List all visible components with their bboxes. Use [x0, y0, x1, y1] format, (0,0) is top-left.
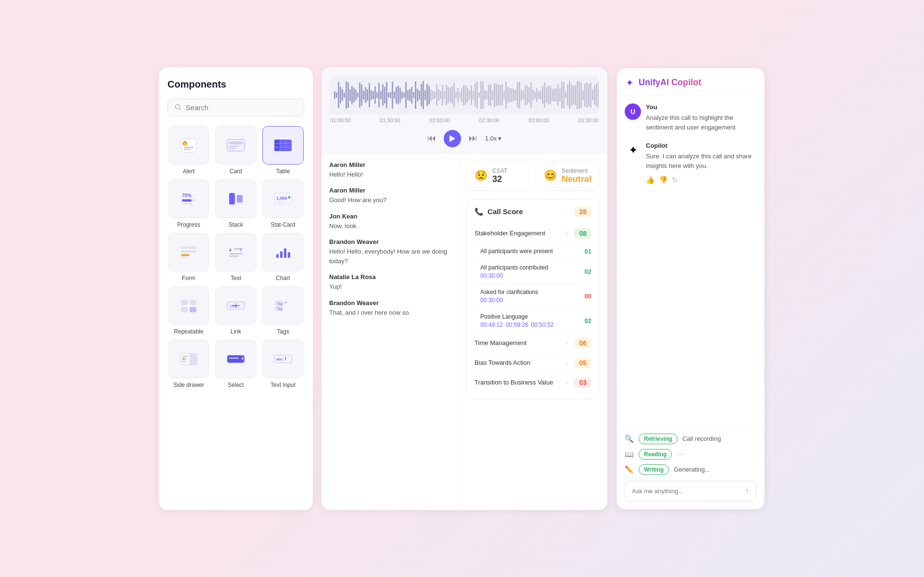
send-button[interactable]: ↑ [745, 486, 749, 496]
waveform-bar [523, 90, 524, 99]
waveform-bar [550, 86, 551, 104]
sub-category-score: 01 [585, 248, 591, 255]
timestamp-link[interactable]: 00:30:00 [480, 272, 503, 279]
search-box[interactable] [167, 99, 304, 116]
search-input[interactable] [186, 103, 297, 112]
search-icon: 🔍 [625, 435, 634, 443]
chat-input[interactable] [632, 487, 741, 495]
timestamp-link[interactable]: 00:30:00 [480, 297, 503, 304]
waveform-bar [399, 88, 401, 103]
category-score-badge: 06 [574, 338, 591, 348]
status-text: Generating... [674, 466, 710, 473]
waveform-bar [398, 86, 399, 105]
status-area: 🔍RetrievingCall recording📖Reading···✏️Wr… [617, 427, 764, 481]
message-content: You Analyze this call to highlight the s… [646, 103, 757, 132]
waveform-bar [382, 84, 384, 106]
waveform-bar [503, 91, 505, 99]
component-chart[interactable]: Chart [262, 233, 304, 282]
play-button[interactable] [444, 130, 461, 147]
waveform-bar [465, 85, 466, 104]
waveform-bar [340, 87, 341, 103]
component-alert[interactable]: ! Alert [167, 126, 210, 175]
category-name: Stakeholder Engagement [475, 230, 565, 237]
category-row[interactable]: Time Management›06 [475, 333, 591, 353]
main-container: Components ! Alert Card Table 70% Progr [154, 63, 770, 515]
waveform-bar [419, 90, 420, 99]
expand-icon[interactable]: › [565, 379, 567, 386]
waveform-bar [463, 85, 464, 105]
timestamp-links: 00:30:00 [480, 271, 584, 280]
timestamp-link[interactable]: 00:59:28 [506, 321, 528, 328]
waveform-bar [374, 86, 376, 103]
component-repeatable[interactable]: Repeatable [167, 286, 210, 335]
waveform-bar [471, 85, 472, 105]
expand-icon[interactable]: › [565, 359, 567, 366]
timestamp-link[interactable]: 00:50:52 [531, 321, 554, 328]
svg-text:z: z [240, 246, 242, 252]
component-card[interactable]: Card [215, 126, 257, 175]
svg-text:I: I [285, 356, 286, 361]
category-row[interactable]: Bias Towards Action›05 [475, 353, 591, 373]
svg-rect-28 [181, 254, 190, 256]
speed-button[interactable]: 1.0x ▾ [485, 135, 502, 142]
component-form[interactable]: Form [167, 233, 210, 282]
waveform-bar [592, 90, 593, 101]
svg-rect-52 [182, 356, 188, 357]
expand-icon[interactable]: › [565, 230, 567, 237]
waveform-bars [330, 76, 599, 115]
category-row[interactable]: Transition to Business Value›03 [475, 373, 591, 392]
speaker-text: Good! How are you? [329, 195, 450, 205]
category-row[interactable]: Stakeholder Engagement›08 [475, 224, 591, 244]
sub-category-name: Positive Language [480, 313, 584, 320]
svg-rect-41 [181, 307, 188, 312]
waveform-bar [363, 90, 364, 100]
waveform-bar [455, 91, 457, 99]
svg-rect-9 [229, 148, 236, 149]
score-categories: Stakeholder Engagement›08All participant… [475, 224, 591, 392]
component-tags[interactable]: Tag Tag + Tags [262, 286, 304, 335]
svg-rect-39 [181, 300, 188, 305]
component-text-input[interactable]: abc I Text Input [262, 340, 304, 388]
rewind-button[interactable]: ⏮ [427, 133, 436, 143]
panel-title: Components [167, 79, 304, 90]
waveform-bar [578, 81, 580, 109]
svg-rect-42 [190, 307, 196, 312]
thumbs-up-button[interactable]: 👍 [646, 176, 655, 184]
component-stack[interactable]: Stack [215, 180, 257, 228]
refresh-button[interactable]: ↻ [672, 176, 678, 184]
timestamp-link[interactable]: 00:49:12 [480, 321, 503, 328]
waveform-bar [534, 91, 536, 99]
waveform-bar [451, 86, 453, 104]
speaker-text: Now, look. [329, 221, 450, 231]
waveform-bar [532, 90, 534, 101]
call-score-header: 📞 Call Score 28 [475, 206, 591, 217]
component-select-label: Select [228, 382, 244, 388]
svg-rect-35 [276, 254, 279, 258]
waveform-bar [484, 90, 486, 100]
component-stat-card[interactable]: 1,000 ▲ Stat-Card [262, 180, 304, 228]
component-text[interactable]: a z Text [215, 233, 257, 282]
component-link[interactable]: Link Link [215, 286, 257, 335]
waveform-bar [380, 91, 382, 100]
timestamp: 02:00:00 [429, 117, 450, 123]
loading-dots: ··· [677, 450, 686, 459]
component-side-drawer[interactable]: Side drawer [167, 340, 210, 388]
component-progress[interactable]: 70% Progress [167, 180, 210, 228]
component-select[interactable]: Select [215, 340, 257, 388]
forward-button[interactable]: ⏭ [469, 133, 477, 143]
input-area[interactable]: ↑ [625, 481, 757, 501]
waveform-bar [449, 88, 451, 102]
expand-icon[interactable]: › [565, 340, 567, 346]
speaker-name: Jon Kean [329, 213, 450, 220]
waveform-display [330, 76, 599, 115]
speaker-text: Hello! Hello! [329, 170, 450, 180]
thumbs-down-button[interactable]: 👎 [659, 176, 668, 184]
waveform-bar [396, 87, 397, 103]
waveform-bar [575, 85, 576, 105]
waveform-bar [555, 88, 557, 103]
speaker-name: Brandon Weaver [329, 238, 450, 245]
timestamp: 01:30:00 [380, 117, 400, 123]
right-panel: ✦ UnifyAI Copilot U You Analyze this cal… [616, 67, 765, 510]
component-table[interactable]: Table [262, 126, 304, 175]
waveform-bar [473, 90, 474, 100]
